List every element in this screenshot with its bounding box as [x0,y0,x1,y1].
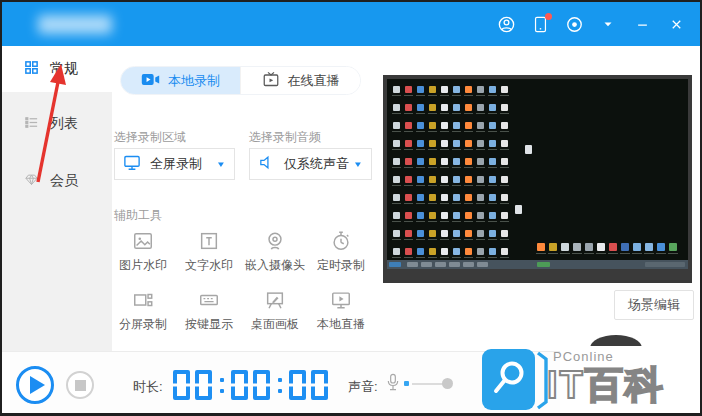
start-record-button[interactable] [16,366,54,404]
tool-label: 定时录制 [309,257,373,274]
record-area-dropdown[interactable]: 全屏录制 ▼ [114,148,235,180]
sidebar-item-label: 会员 [50,172,78,190]
volume-slider-handle[interactable] [442,378,453,389]
webcam-icon [243,229,307,252]
tools-section-label: 辅助工具 [114,207,162,224]
tool-label: 本地直播 [309,316,373,333]
notification-badge [545,13,552,20]
sidebar: 常规 列表 会员 [2,46,112,351]
timer-icon [309,229,373,252]
watermark-brand-top: PConline [553,349,614,364]
device-notification-icon[interactable] [530,14,550,34]
tool-text-watermark[interactable]: 文字水印 [177,229,241,274]
camcorder-icon [141,72,160,90]
duration-display [173,370,328,400]
close-button[interactable] [666,14,686,34]
tool-label: 桌面画板 [243,316,307,333]
duration-digit [231,370,248,400]
tool-image-watermark[interactable]: 图片水印 [111,229,175,274]
play-icon [30,376,45,394]
easel-pencil-icon [243,288,307,311]
duration-digit [173,370,190,400]
account-icon[interactable] [496,14,516,34]
sidebar-item-label: 列表 [50,115,78,133]
speaker-icon [258,154,275,175]
record-area-value: 全屏录制 [150,155,216,173]
tool-embed-camera[interactable]: 嵌入摄像头 [243,229,307,274]
chevron-down-icon: ▼ [353,160,363,169]
monitor-icon [123,154,141,175]
magnifier-icon [491,359,527,401]
list-icon [24,115,39,134]
duration-digit [195,370,212,400]
sidebar-item-label: 常规 [50,60,78,78]
tab-online-live[interactable]: 在线直播 [240,67,360,94]
stop-icon [75,380,86,391]
record-audio-dropdown[interactable]: 仅系统声音 ▼ [249,148,372,180]
sidebar-item-member[interactable]: 会员 [2,158,112,204]
tool-label: 分屏录制 [111,316,175,333]
sidebar-item-list[interactable]: 列表 [2,101,112,147]
titlebar [2,2,700,46]
keyboard-icon [177,288,241,311]
watermark-logo [482,349,535,410]
tab-label: 本地录制 [168,72,220,90]
tv-live-icon [262,71,280,91]
duration-label: 时长: [133,378,163,396]
volume-level-dot [404,381,409,386]
record-audio-value: 仅系统声音 [284,155,353,173]
scene-edit-button[interactable]: 场景编辑 [614,290,694,320]
preview-desktop [387,79,688,269]
duration-digit [253,370,270,400]
text-watermark-icon [177,229,241,252]
duration-digit [311,370,328,400]
minimize-button[interactable] [632,14,652,34]
preview-frame [383,75,692,283]
volume-label: 声音: [348,378,378,396]
record-mode-tabs: 本地录制 在线直播 [120,66,361,95]
stop-record-button[interactable] [66,371,94,399]
chevron-down-icon: ▼ [216,160,226,169]
app-window: 常规 列表 会员 [0,0,702,416]
tool-local-live[interactable]: 本地直播 [309,288,373,333]
grid-icon [24,60,39,79]
tool-desktop-board[interactable]: 桌面画板 [243,288,307,333]
microphone-icon[interactable] [385,372,401,398]
tool-label: 文字水印 [177,257,241,274]
sidebar-item-general[interactable]: 常规 [2,46,112,92]
tool-label: 按键显示 [177,316,241,333]
menu-caret-icon[interactable] [598,14,618,34]
tab-label: 在线直播 [288,72,340,90]
tab-local-record[interactable]: 本地录制 [121,67,240,94]
monitor-play-icon [309,288,373,311]
split-screen-icon [111,288,175,311]
image-watermark-icon [111,229,175,252]
watermark-brand-main: IT百科 [547,363,665,409]
tool-timed-record[interactable]: 定时录制 [309,229,373,274]
app-title-blurred [38,15,112,34]
tool-label: 嵌入摄像头 [243,257,307,274]
tool-label: 图片水印 [111,257,175,274]
tool-split-record[interactable]: 分屏录制 [111,288,175,333]
audio-section-label: 选择录制音频 [249,129,321,146]
duration-digit [289,370,306,400]
tool-key-display[interactable]: 按键显示 [177,288,241,333]
record-target-icon[interactable] [564,14,584,34]
diamond-icon [24,172,39,191]
area-section-label: 选择录制区域 [114,129,186,146]
